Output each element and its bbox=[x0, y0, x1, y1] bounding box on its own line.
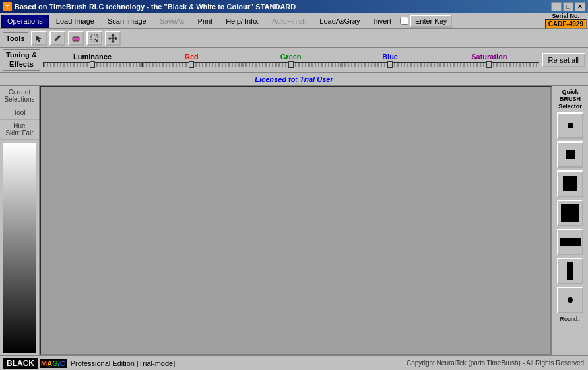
brush-large-icon bbox=[561, 204, 579, 222]
red-label: Red bbox=[185, 53, 199, 61]
tool-section: Tool bbox=[0, 106, 39, 120]
tools-toolbar: Tools bbox=[0, 29, 588, 48]
red-slider-group: Red bbox=[142, 53, 241, 67]
pro-edition-text: Professional Edition [Trial-mode] bbox=[71, 359, 176, 367]
brush-tiny-icon bbox=[568, 123, 573, 128]
menu-bar: Operations Load Image Scan Image SaveAs … bbox=[0, 13, 588, 29]
saturation-slider-group: Saturation bbox=[440, 53, 539, 67]
luminance-slider-group: Luminance bbox=[43, 53, 142, 67]
tool-pencil[interactable] bbox=[49, 31, 65, 46]
license-text: Licensed to: Trial User bbox=[255, 75, 333, 83]
menu-load-as-gray[interactable]: LoadAsGray bbox=[313, 15, 366, 28]
menu-auto-finish[interactable]: AutoFinish bbox=[266, 15, 312, 28]
hue-label: Hue Skin: Fair bbox=[0, 120, 39, 140]
maximize-button[interactable]: □ bbox=[563, 2, 573, 11]
hue-display bbox=[3, 143, 36, 353]
status-bar: BLACK MAGiC Professional Edition [Trial-… bbox=[0, 355, 588, 370]
brush-small-button[interactable] bbox=[557, 141, 583, 168]
brush-selector-panel: Quick BRUSH Selector Round↓ bbox=[552, 86, 588, 355]
serial-number-box: Serial No. CADF-4929 bbox=[545, 13, 587, 29]
left-panel: Current Selections Tool Hue Skin: Fair bbox=[0, 86, 40, 355]
blue-label: Blue bbox=[382, 53, 398, 61]
svg-marker-0 bbox=[36, 35, 42, 42]
brush-wide-icon bbox=[560, 238, 581, 246]
serial-value: CADF-4929 bbox=[545, 19, 587, 29]
blue-slider[interactable] bbox=[341, 62, 440, 67]
red-slider[interactable] bbox=[142, 62, 241, 67]
license-bar: Licensed to: Trial User bbox=[0, 73, 588, 86]
brush-medium-icon bbox=[563, 176, 577, 191]
round-label: Round↓ bbox=[560, 316, 580, 322]
brush-tall-icon bbox=[567, 262, 573, 280]
menu-save-as[interactable]: SaveAs bbox=[154, 15, 191, 28]
black-label: BLACK bbox=[3, 358, 38, 369]
green-label: Green bbox=[280, 53, 302, 61]
luminance-label: Luminance bbox=[73, 53, 112, 61]
tool-pointer[interactable] bbox=[31, 31, 47, 46]
svg-rect-2 bbox=[73, 37, 79, 41]
saturation-slider[interactable] bbox=[440, 62, 539, 67]
current-selections-label: Current Selections bbox=[0, 86, 39, 106]
blue-slider-group: Blue bbox=[341, 53, 440, 67]
title-bar: T Based on TimeBrush RLC technology - th… bbox=[0, 0, 588, 13]
reset-all-button[interactable]: Re-set all bbox=[542, 53, 585, 67]
menu-operations[interactable]: Operations bbox=[1, 15, 49, 28]
enter-key-button[interactable]: Enter Key bbox=[410, 15, 452, 28]
brush-tiny-button[interactable] bbox=[557, 112, 583, 139]
brush-large-button[interactable] bbox=[557, 200, 583, 226]
tuning-label: Tuning & Effects bbox=[3, 49, 40, 70]
menu-help[interactable]: Help/ Info. bbox=[220, 15, 265, 28]
brush-small-icon bbox=[566, 150, 575, 159]
main-area: Current Selections Tool Hue Skin: Fair Q… bbox=[0, 86, 588, 355]
tool-eraser[interactable] bbox=[68, 31, 84, 46]
tuning-effects-bar: Tuning & Effects Luminance Red Green Blu… bbox=[0, 48, 588, 73]
luminance-slider[interactable] bbox=[43, 62, 142, 67]
invert-checkbox[interactable] bbox=[400, 17, 408, 25]
app-title: Based on TimeBrush RLC technology - the … bbox=[15, 3, 296, 11]
copyright-text: Copyright NeuralTek (parts TimeBrush) - … bbox=[403, 359, 588, 367]
brush-round-button[interactable] bbox=[557, 287, 583, 313]
close-button[interactable]: ✕ bbox=[575, 2, 585, 11]
tool-selection[interactable] bbox=[86, 31, 102, 46]
serial-label: Serial No. bbox=[552, 13, 580, 19]
green-slider-group: Green bbox=[242, 53, 341, 67]
green-slider[interactable] bbox=[242, 62, 341, 67]
minimize-button[interactable]: _ bbox=[551, 2, 562, 11]
canvas-area[interactable] bbox=[40, 86, 552, 355]
saturation-label: Saturation bbox=[471, 53, 507, 61]
tool-pan[interactable] bbox=[105, 31, 121, 46]
menu-print[interactable]: Print bbox=[192, 15, 219, 28]
menu-scan-image[interactable]: Scan Image bbox=[102, 15, 152, 28]
tools-label: Tools bbox=[3, 32, 28, 44]
brush-medium-button[interactable] bbox=[557, 170, 583, 197]
magic-logo: MAGiC bbox=[40, 359, 67, 368]
brush-tall-button[interactable] bbox=[557, 258, 583, 284]
status-left: BLACK MAGiC Professional Edition [Trial-… bbox=[0, 358, 178, 369]
brush-selector-label: Quick BRUSH Selector bbox=[558, 89, 582, 110]
menu-invert[interactable]: Invert bbox=[367, 15, 397, 28]
brush-round-icon bbox=[568, 297, 573, 303]
app-icon: T bbox=[3, 2, 12, 11]
brush-wide-button[interactable] bbox=[557, 229, 583, 255]
menu-load-image[interactable]: Load Image bbox=[50, 15, 100, 28]
